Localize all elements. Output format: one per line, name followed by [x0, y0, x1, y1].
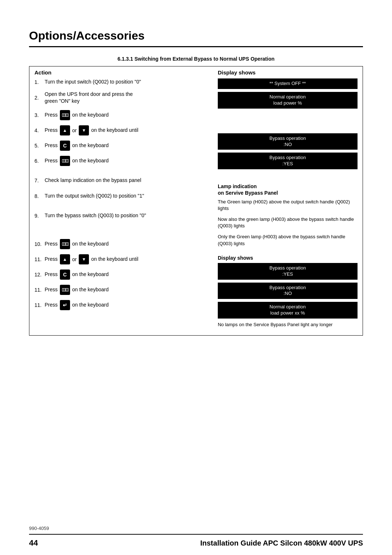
- action-text-8: Turn the output switch (Q002) to positio…: [45, 193, 144, 200]
- action-item-9: 9. Turn the bypass switch (Q003) to posi…: [34, 212, 208, 219]
- menu-icon-3: ◫◫: [60, 110, 70, 120]
- action-suffix-6: on the keyboard: [72, 157, 109, 165]
- c-icon-12: C: [60, 270, 70, 280]
- action-num-5: 5.: [34, 143, 42, 149]
- title-divider: [29, 46, 363, 47]
- arrow-down-icon-11a: [79, 254, 89, 264]
- section-heading: 6.1.3.1 Switching from External Bypass t…: [0, 56, 392, 62]
- display-box-bypass-no-2: Bypass operation:NO: [218, 283, 358, 299]
- display-box-bypass-yes: Bypass operation:YES: [218, 153, 358, 169]
- action-item-4: 4. Press or on the keyboard until: [34, 125, 208, 135]
- display-col-header: Display shows: [218, 69, 358, 78]
- action-text-7: Check lamp indication on the bypass pane…: [45, 177, 141, 184]
- action-num-1: 1.: [34, 79, 42, 85]
- action-num-11a: 11.: [34, 256, 42, 262]
- menu-icon-11b: ◫◫: [60, 285, 70, 295]
- arrow-up-icon-11a: [60, 254, 70, 264]
- display-box-bypass-yes-2: Bypass operation:YES: [218, 263, 358, 280]
- action-item-2: 2. Open the UPS front door and press the…: [34, 91, 208, 105]
- action-suffix-11a: on the keyboard until: [91, 256, 138, 263]
- lamp-text-3: Only the Green lamp (H003) above the byp…: [218, 234, 358, 247]
- or-text-4: or: [72, 127, 77, 133]
- action-num-12: 12.: [34, 272, 42, 278]
- action-item-8: 8. Turn the output switch (Q002) to posi…: [34, 193, 208, 200]
- action-item-12: 12. Press C on the keyboard: [34, 270, 208, 280]
- footer: 990-4059 44 Installation Guide APC Silco…: [0, 518, 392, 555]
- action-item-3: 3. Press ◫◫ on the keyboard: [34, 110, 208, 120]
- action-item-6: 6. Press ◫◫ on the keyboard: [34, 156, 208, 166]
- action-item-11b: 11. Press ◫◫ on the keyboard: [34, 285, 208, 295]
- action-num-7: 7.: [34, 178, 42, 183]
- action-item-11c: 11. Press on the keyboard: [34, 300, 208, 310]
- lamp-indication-header: Lamp indicationon Servive Bypass Panel: [218, 183, 358, 196]
- action-column: Action 1. Turn the input switch (Q002) t…: [29, 66, 213, 336]
- action-suffix-11c: on the keyboard: [72, 301, 109, 309]
- action-text-5: Press: [45, 142, 58, 149]
- doc-number: 990-4059: [29, 526, 363, 531]
- action-item-1: 1. Turn the input switch (Q002) to posit…: [34, 78, 208, 86]
- action-text-9: Turn the bypass switch (Q003) to positio…: [45, 212, 146, 219]
- c-icon-5: C: [60, 141, 70, 151]
- action-suffix-5: on the keyboard: [72, 142, 109, 149]
- display-box-normal-op: Normal operationload power %: [218, 92, 358, 109]
- display-box-bypass-no: Bypass operation:NO: [218, 133, 358, 150]
- or-text-11a: or: [72, 256, 77, 262]
- action-text-4: Press: [45, 127, 58, 134]
- page-number: 44: [29, 538, 38, 548]
- action-text-11b: Press: [45, 286, 58, 293]
- action-text-1: Turn the input switch (Q002) to position…: [45, 78, 141, 86]
- footer-title: Installation Guide APC Silcon 480kW 400V…: [200, 539, 363, 547]
- enter-icon-11c: [60, 300, 70, 310]
- action-suffix-10: on the keyboard: [72, 240, 109, 248]
- action-num-3: 3.: [34, 112, 42, 118]
- lamp-text-2: Now also the green lamp (H003) above the…: [218, 216, 358, 229]
- footer-content: 44 Installation Guide APC Silcon 480kW 4…: [29, 538, 363, 555]
- action-num-9: 9.: [34, 213, 42, 219]
- page-title: Options/Accessories: [0, 22, 392, 46]
- action-num-10: 10.: [34, 241, 42, 247]
- action-suffix-12: on the keyboard: [72, 271, 109, 278]
- action-suffix-3: on the keyboard: [72, 112, 109, 119]
- main-table: Action 1. Turn the input switch (Q002) t…: [29, 66, 363, 336]
- action-num-6: 6.: [34, 158, 42, 164]
- action-num-2: 2.: [34, 95, 42, 101]
- no-lamps-text: No lamps on the Service Bypass Panel lig…: [218, 321, 358, 328]
- action-num-4: 4.: [34, 127, 42, 133]
- action-text-11c: Press: [45, 301, 58, 309]
- display-column: Display shows ** System OFF ** Normal op…: [213, 66, 363, 336]
- action-item-11a: 11. Press or on the keyboard until: [34, 254, 208, 264]
- action-text-6: Press: [45, 157, 58, 165]
- menu-icon-6: ◫◫: [60, 156, 70, 166]
- action-suffix-11b: on the keyboard: [72, 286, 109, 293]
- action-text-12: Press: [45, 271, 58, 278]
- action-item-7: 7. Check lamp indication on the bypass p…: [34, 177, 208, 184]
- display-shows-label-2: Display shows: [218, 255, 358, 261]
- display-box-normal-op-2: Normal operationload power xx %: [218, 302, 358, 319]
- lamp-text-1: The Green lamp (H002) above the output s…: [218, 199, 358, 212]
- action-text-10: Press: [45, 240, 58, 248]
- action-col-header: Action: [34, 69, 208, 78]
- action-item-5: 5. Press C on the keyboard: [34, 141, 208, 151]
- menu-icon-10: ◫◫: [60, 239, 70, 249]
- action-text-11a: Press: [45, 256, 58, 263]
- action-num-11b: 11.: [34, 287, 42, 293]
- display-box-system-off: ** System OFF **: [218, 78, 358, 89]
- action-text-3: Press: [45, 112, 58, 119]
- arrow-down-icon-4: [79, 125, 89, 135]
- action-suffix-4: on the keyboard until: [91, 127, 138, 134]
- action-num-8: 8.: [34, 193, 42, 199]
- arrow-up-icon-4: [60, 125, 70, 135]
- action-num-11c: 11.: [34, 302, 42, 308]
- action-item-10: 10. Press ◫◫ on the keyboard: [34, 239, 208, 249]
- footer-divider: [29, 534, 363, 535]
- page: Options/Accessories 6.1.3.1 Switching fr…: [0, 0, 392, 555]
- action-text-2: Open the UPS front door and press thegre…: [45, 91, 133, 105]
